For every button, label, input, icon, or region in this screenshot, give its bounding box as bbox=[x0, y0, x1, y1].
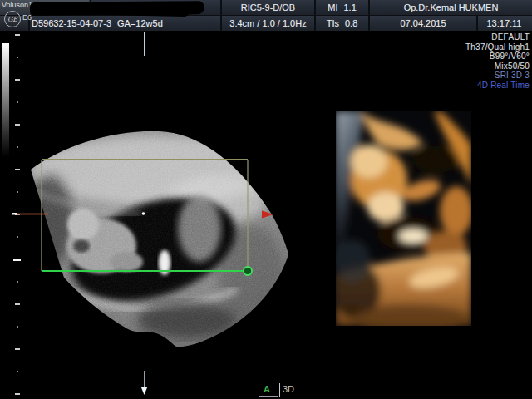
ruler-tick bbox=[17, 57, 18, 58]
setting-thermal-qual: Th37/Qual high1 bbox=[466, 42, 530, 52]
ruler-tick bbox=[15, 214, 20, 215]
mi-value: 1.1 bbox=[343, 2, 356, 12]
ruler-tick bbox=[13, 259, 21, 261]
ultrasound-screen: Voluson™ GE E6 RIC5-9-D/OB MI 1.1 Op.Dr.… bbox=[0, 0, 532, 399]
ruler-tick bbox=[15, 34, 20, 36]
setting-preset: DEFAULT bbox=[466, 32, 530, 42]
mode-separator bbox=[279, 383, 280, 397]
patient-id-row: D59632-15-04-07-3 GA=12w5d bbox=[32, 16, 219, 31]
operator-name: Op.Dr.Kemal HUKMEN bbox=[370, 0, 532, 15]
depth-freq-readout: 3.4cm / 1.0 / 1.0Hz bbox=[222, 16, 314, 31]
mi-label: MI bbox=[328, 2, 337, 12]
mi-readout: MI 1.1 bbox=[316, 0, 368, 15]
date-readout: 07.04.2015 bbox=[370, 16, 476, 31]
brand-model: E6 bbox=[22, 13, 32, 22]
ruler-tick bbox=[17, 236, 18, 238]
ruler-tick bbox=[17, 101, 18, 103]
ruler-tick bbox=[17, 146, 18, 148]
centerline-markers bbox=[141, 32, 148, 395]
mode-label: 3D bbox=[283, 384, 294, 394]
probe-label: RIC5-9-D/OB bbox=[222, 0, 314, 15]
time-readout: 13:17:11 bbox=[478, 16, 530, 31]
ruler-tick bbox=[17, 281, 18, 283]
setting-sri: SRI 3D 3 bbox=[466, 71, 530, 81]
ruler-tick bbox=[15, 393, 20, 395]
render-3d-image bbox=[336, 111, 471, 326]
roi-box[interactable] bbox=[42, 160, 252, 275]
grayscale-map-bar bbox=[2, 43, 9, 157]
ruler-tick bbox=[15, 79, 20, 81]
setting-4d-realtime: 4D Real Time bbox=[466, 81, 530, 91]
tis-value: 0.8 bbox=[345, 18, 357, 28]
acquisition-settings-panel: DEFAULT Th37/Qual high1 B99°/V60° Mix50/… bbox=[466, 32, 530, 90]
setting-mix: Mix50/50 bbox=[466, 62, 530, 71]
render-fetus bbox=[336, 111, 471, 326]
ruler-tick bbox=[17, 191, 18, 193]
ruler-tick bbox=[15, 348, 20, 350]
ruler-tick bbox=[15, 303, 20, 305]
patient-id: D59632-15-04-07-3 bbox=[32, 18, 111, 28]
centerline-arrow-icon bbox=[141, 387, 148, 395]
ruler-tick bbox=[17, 326, 18, 328]
axis-indicators bbox=[12, 211, 273, 219]
gestational-age: GA=12w5d bbox=[117, 18, 163, 28]
ruler-tick bbox=[15, 169, 20, 170]
ruler-tick bbox=[17, 371, 18, 372]
orientation-underline bbox=[259, 396, 278, 397]
tis-label: TIs bbox=[327, 18, 339, 28]
status-header: Voluson™ GE E6 RIC5-9-D/OB MI 1.1 Op.Dr.… bbox=[0, 0, 532, 31]
orientation-marker: A bbox=[264, 384, 270, 394]
setting-angles: B99°/V60° bbox=[466, 52, 530, 62]
patient-name-redaction-2 bbox=[98, 3, 190, 17]
axis-arrow-right-icon bbox=[262, 211, 273, 219]
bmode-layer bbox=[0, 0, 532, 399]
bmode-fan-image bbox=[25, 121, 295, 357]
roi-curve-handle[interactable] bbox=[244, 267, 252, 275]
tis-readout: TIs 0.8 bbox=[316, 16, 368, 31]
cursor-dot bbox=[142, 212, 145, 215]
ruler-tick bbox=[15, 124, 20, 126]
depth-ruler bbox=[13, 0, 22, 399]
